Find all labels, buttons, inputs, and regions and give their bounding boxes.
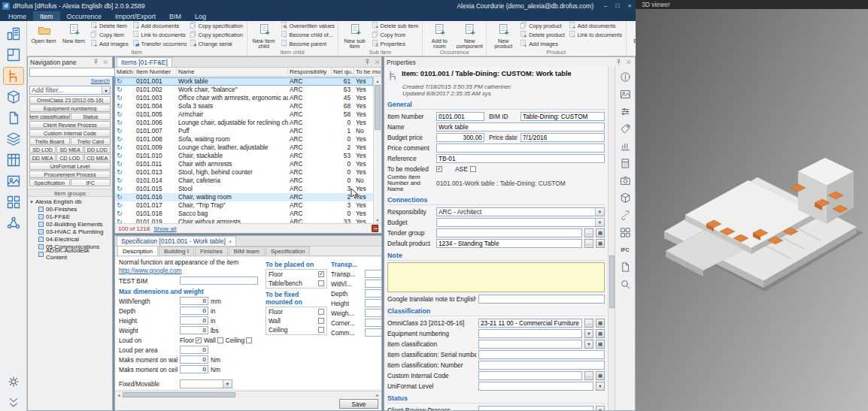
fixed-on-ceiling[interactable]: Ceiling	[269, 326, 324, 334]
spec-h-scrollbar[interactable]: ◄ ►	[115, 391, 381, 398]
dropdown-button[interactable]: ▾	[596, 406, 605, 411]
settings-sliders-icon[interactable]	[618, 104, 632, 118]
tree-item-adsk-autodesk-content[interactable]: ADSK-Autodesk Content	[29, 250, 111, 258]
search-icon[interactable]	[618, 277, 632, 291]
menu-tab-home[interactable]: Home	[2, 11, 33, 21]
tag-icon[interactable]	[618, 122, 632, 135]
dropdown-button[interactable]: ▾	[584, 340, 593, 349]
table-row[interactable]: ↻0101.008Sofa, waiting roomARC0Yes	[115, 135, 373, 144]
placed-on-table-bench[interactable]: Table/bench	[269, 280, 324, 287]
close-icon[interactable]	[624, 58, 633, 66]
item-classification-serial-number-input[interactable]	[478, 350, 605, 359]
ribbon-button-link-to-documents[interactable]: →Link to documents	[568, 31, 624, 39]
column-header-name[interactable]: Name	[177, 68, 288, 76]
specification-tab[interactable]: Specification [0101.001 - Work table] ×	[117, 236, 236, 246]
info-icon[interactable]	[618, 70, 632, 83]
close-tab-icon[interactable]: ×	[229, 238, 232, 245]
ribbon-button-new-sub-item[interactable]: +New sub item	[341, 22, 369, 49]
grid-select-button[interactable]: ▦	[596, 228, 605, 237]
table-row[interactable]: ↻0101.004Sofa 3 seatsARC68Yes	[115, 102, 373, 110]
ribbon-button-change-serial[interactable]: #Change serial	[189, 40, 244, 48]
item-classification-number-input[interactable]	[478, 361, 605, 370]
nav-filter-specification[interactable]: Specification	[29, 179, 70, 186]
ribbon-button-transfer-occurrences[interactable]: ⇄Transfer occurrences	[132, 40, 187, 48]
ribbon-button-add-to-room[interactable]: +Add to room	[425, 22, 454, 49]
nav-filter-equipment-numbering[interactable]: Equipment numbering	[29, 104, 111, 112]
table-row[interactable]: ↻0101.003Office chair with armrests, erg…	[115, 94, 373, 102]
document-icon[interactable]	[618, 260, 632, 273]
spec-tab-finishes[interactable]: Finishes	[195, 246, 228, 255]
description-link[interactable]: http://www.google.com	[119, 267, 263, 274]
menu-tab-import-export[interactable]: Import/Export	[108, 11, 162, 21]
spec-tab-bim-team[interactable]: BIM team	[229, 246, 265, 255]
menu-tab-bim[interactable]: BIM	[162, 11, 188, 21]
close-icon[interactable]	[102, 58, 110, 66]
nav-filter-status[interactable]: Status	[71, 113, 111, 120]
ifc-icon[interactable]: IFC	[618, 243, 632, 256]
checkbox[interactable]	[318, 309, 324, 315]
client-review-process-input[interactable]	[478, 406, 593, 411]
tree-item-01-ff-e[interactable]: 01-FF&E	[29, 213, 111, 220]
checkbox[interactable]	[318, 280, 324, 286]
close-icon[interactable]	[373, 58, 381, 66]
ellipsis-button[interactable]: …	[584, 239, 593, 248]
nav-filter-dd-lod[interactable]: DD LOD	[84, 146, 111, 153]
ribbon-button-properties[interactable]: ≡Properties	[371, 40, 420, 48]
column-header-match[interactable]: Match	[115, 68, 135, 76]
items-scrollbar[interactable]: ▲ ▼	[373, 77, 381, 223]
classification-icon[interactable]	[618, 225, 632, 239]
ribbon-button-copy-specification-to[interactable]: Copy specification to	[189, 31, 244, 39]
spec-tab-specification[interactable]: Specification	[266, 246, 310, 255]
nav-filter-dd-mea[interactable]: DD MEA	[29, 154, 56, 162]
tender-group-input[interactable]	[436, 228, 582, 237]
pin-icon[interactable]	[92, 58, 100, 66]
transport-input[interactable]	[365, 328, 381, 337]
table-row[interactable]: ↻0101.007PuffARC1No	[115, 127, 373, 135]
settings-gear-icon[interactable]	[4, 373, 23, 390]
note-textarea[interactable]	[387, 262, 605, 292]
nav-filter-ifc[interactable]: IFC	[71, 179, 111, 186]
show-all-link[interactable]: Show all	[153, 225, 176, 232]
ribbon-button-delete-item[interactable]: ×Delete item	[90, 22, 130, 30]
checkbox[interactable]	[470, 166, 476, 172]
checkbox[interactable]	[318, 327, 324, 333]
ribbon-button-become-parent[interactable]: ←Become parent	[280, 40, 335, 48]
ribbon-button-existing-items[interactable]: ▦Existing items	[629, 22, 636, 49]
close-button[interactable]: ×	[624, 1, 636, 11]
ellipsis-button[interactable]: …	[584, 228, 593, 237]
ribbon-button-copy-product[interactable]: Copy product	[519, 22, 566, 30]
pin-icon[interactable]	[363, 58, 372, 66]
loud-on-floor[interactable]: Floor✓	[180, 337, 202, 344]
depth-input[interactable]	[180, 307, 208, 315]
tree-item-04-electrical[interactable]: 04-Electrical	[29, 235, 111, 243]
items-icon[interactable]	[4, 68, 23, 84]
ribbon-button-copy-from[interactable]: Copy from	[371, 31, 420, 39]
item-classification-input[interactable]	[478, 340, 582, 349]
search-link[interactable]: Search	[30, 77, 110, 84]
collapse-rail-icon[interactable]	[4, 394, 23, 411]
ribbon-button-new-item-child[interactable]: +New item child	[250, 22, 278, 49]
nav-search-input[interactable]	[29, 68, 117, 77]
loud-per-area-input[interactable]	[180, 346, 208, 354]
add-filter-dropdown[interactable]: Add filter... ▾	[29, 86, 111, 95]
maks-moment-wall-input[interactable]	[180, 355, 208, 364]
products-icon[interactable]	[4, 89, 23, 105]
grid-select-button[interactable]: ▦	[596, 340, 605, 349]
menu-tab-occurrence[interactable]: Occurrence	[60, 11, 109, 21]
ellipsis-button[interactable]: …	[584, 319, 593, 328]
grid-select-button[interactable]: ▦	[596, 319, 605, 328]
loud-on-wall[interactable]: Wall	[204, 337, 223, 344]
checkbox[interactable]	[318, 318, 324, 324]
scroll-down-icon[interactable]: ▼	[374, 216, 381, 223]
checkbox[interactable]	[217, 337, 223, 343]
fixed-on-wall[interactable]: Wall	[269, 317, 324, 325]
default-product-input[interactable]	[436, 239, 582, 248]
custom-internal-code-input[interactable]	[478, 371, 582, 380]
table-row[interactable]: ↻0101.018Sacco bagARC0Yes	[115, 210, 373, 218]
maks-moment-ceiling-input[interactable]	[180, 365, 208, 373]
ribbon-button-add-images[interactable]: +Add images	[519, 40, 566, 48]
nav-filter-item-classification[interactable]: Item classification	[29, 113, 70, 120]
ribbon-button-delete-product[interactable]: ×Delete product	[519, 31, 566, 39]
systems-icon[interactable]	[4, 131, 23, 147]
nav-filter-trello-board[interactable]: Trello Board	[29, 138, 70, 145]
